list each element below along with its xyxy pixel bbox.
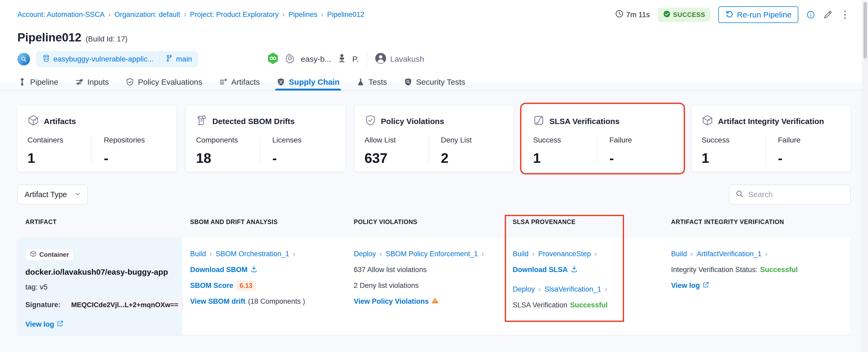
external-link-icon (57, 320, 64, 329)
card-policy-violations: Policy Violations Allow List 637 Deny Li… (354, 105, 514, 171)
slsa-status-label: SLSA Verification (513, 301, 567, 309)
duration: 7m 11s (615, 9, 650, 20)
card-slsa-verifications: SLSA Verifications Success 1 Failure - (523, 105, 682, 171)
view-policy-violations-link[interactable]: View Policy Violations (354, 297, 429, 306)
avatar (375, 53, 386, 66)
scrollbar-thumb[interactable] (864, 2, 867, 59)
card-artifacts: Artifacts Containers 1 Repositories - (18, 105, 176, 171)
sbom-step-link[interactable]: SBOM Orchestration_1 (216, 250, 289, 258)
artifact-type-select[interactable]: Artifact Type (18, 185, 88, 204)
breadcrumb-organization[interactable]: Organization: default (114, 10, 180, 19)
tab-inputs[interactable]: Inputs (75, 74, 110, 90)
artifact-tag: tag: v5 (25, 283, 174, 291)
slsa-verification-step-link[interactable]: SlsaVerification_1 (545, 285, 601, 293)
artifact-image-name: docker.io/lavakush07/easy-buggy-app (25, 267, 174, 277)
policy-violations-cell: Deploy › SBOM Policy Enforcement_1 › 637… (346, 237, 505, 335)
search-box (729, 185, 850, 204)
chevron-separator: › (605, 285, 607, 293)
tab-security-tests[interactable]: Security Tests (403, 74, 466, 90)
card-artifact-integrity: Artifact Integrity Verification Success … (692, 105, 850, 171)
kebab-menu-icon[interactable] (841, 10, 849, 20)
search-input[interactable] (748, 190, 844, 199)
stat-value: - (273, 150, 335, 166)
edit-pencil-icon[interactable] (823, 10, 833, 20)
table-header-row: ARTIFACT SBOM AND DRIFT ANALYSIS POLICY … (18, 211, 850, 237)
download-icon (570, 265, 578, 275)
repo-link[interactable]: easybuggy-vulnerable-applic... (42, 54, 154, 64)
clock-icon (615, 9, 624, 20)
connector-hexagon-icon (267, 52, 279, 66)
repo-branch-pill: easybuggy-vulnerable-applic... main (36, 51, 198, 67)
column-header-artifact: ARTIFACT (18, 219, 182, 237)
tab-policy-evaluations[interactable]: Policy Evaluations (125, 74, 203, 90)
policy-step-link[interactable]: SBOM Policy Enforcement_1 (386, 250, 478, 258)
breadcrumb-separator: › (184, 10, 186, 19)
breadcrumb-separator: › (321, 10, 323, 19)
stat-value: 18 (196, 150, 260, 166)
shield-check-icon (365, 115, 376, 128)
slsa-icon (533, 115, 545, 128)
tab-pipeline[interactable]: Pipeline (18, 74, 59, 90)
user-name: Lavakush (390, 55, 424, 64)
container-cube-icon (30, 250, 37, 259)
artifacts-list-icon (219, 78, 227, 86)
flask-icon (356, 78, 365, 86)
sbom-score-link[interactable]: SBOM Score (190, 282, 234, 290)
tab-supply-chain[interactable]: Supply Chain (276, 74, 340, 90)
stat-value: - (778, 150, 841, 166)
breadcrumb-account[interactable]: Account: Automation-SSCA (18, 10, 104, 19)
download-slsa-link[interactable]: Download SLSA (513, 266, 568, 274)
stat-value: 1 (27, 150, 91, 166)
table-row: Container docker.io/lavakush07/easy-bugg… (18, 237, 850, 335)
header-actions: 7m 11s SUCCESS (615, 6, 849, 23)
sbom-drift-cell: Build › SBOM Orchestration_1 › Download … (182, 237, 346, 335)
provenance-step-link[interactable]: ProvenanceStep (538, 250, 591, 258)
delegate-icon (337, 54, 347, 65)
stat-label: Success (702, 136, 766, 144)
sbom-scroll-icon (196, 115, 208, 128)
integrity-step-link[interactable]: ArtifactVerification_1 (697, 250, 762, 258)
integrity-verification-cell: Build › ArtifactVerification_1 › Integri… (663, 237, 850, 335)
drift-component-count: (18 Components ) (248, 297, 305, 306)
view-log-link[interactable]: View log (671, 282, 700, 290)
integrity-stage-link[interactable]: Build (671, 250, 687, 258)
sbom-stage-link[interactable]: Build (190, 250, 206, 258)
stat-label: Failure (778, 136, 841, 144)
breadcrumb-pipelines[interactable]: Pipelines (288, 10, 317, 19)
stat-value: 2 (441, 150, 503, 166)
integrity-status-label: Integrity Verification Status: (671, 266, 757, 274)
tab-tests[interactable]: Tests (356, 74, 388, 90)
card-sbom-drifts: Detected SBOM Drifts Components 18 Licen… (186, 105, 345, 171)
slsa-build-stage-link[interactable]: Build (513, 250, 528, 258)
breadcrumb-pipeline012[interactable]: Pipeline012 (327, 10, 364, 19)
tab-artifacts[interactable]: Artifacts (219, 74, 260, 90)
download-sbom-link[interactable]: Download SBOM (190, 266, 248, 274)
artifact-cell: Container docker.io/lavakush07/easy-bugg… (18, 237, 182, 335)
rerun-pipeline-button[interactable]: Re-run Pipeline (718, 6, 798, 23)
slsa-deploy-stage-link[interactable]: Deploy (513, 285, 535, 293)
info-icon[interactable] (806, 10, 815, 19)
signature-value: MEQCICde2Vjl...L+2+mqnOXw== (66, 298, 183, 312)
sbom-score-badge: 6.13 (236, 281, 256, 291)
stat-label: Components (196, 136, 260, 144)
chevron-separator: › (482, 250, 484, 258)
policy-stage-link[interactable]: Deploy (354, 250, 376, 258)
view-sbom-drift-link[interactable]: View SBOM drift (190, 297, 246, 306)
build-id: (Build Id: 17) (86, 35, 127, 43)
trigger-suffix: P. (352, 55, 359, 64)
chevron-separator: › (380, 250, 382, 258)
stat-value: 1 (702, 150, 766, 166)
stat-value: 1 (533, 150, 597, 166)
stat-value: 637 (365, 150, 429, 166)
download-icon (250, 265, 258, 275)
view-log-link[interactable]: View log (25, 320, 54, 328)
branch-link[interactable]: main (165, 55, 192, 64)
gear-icon (285, 53, 295, 65)
artifact-type-badge: Container (25, 249, 73, 261)
chevron-separator: › (594, 250, 597, 258)
stat-label: Failure (609, 136, 672, 144)
execution-meta: easybuggy-vulnerable-applic... main (0, 44, 868, 67)
repository-icon (42, 54, 50, 64)
breadcrumb-project[interactable]: Project: Product Exploratory (190, 10, 279, 19)
breadcrumb: Account: Automation-SSCA › Organization:… (18, 10, 364, 19)
